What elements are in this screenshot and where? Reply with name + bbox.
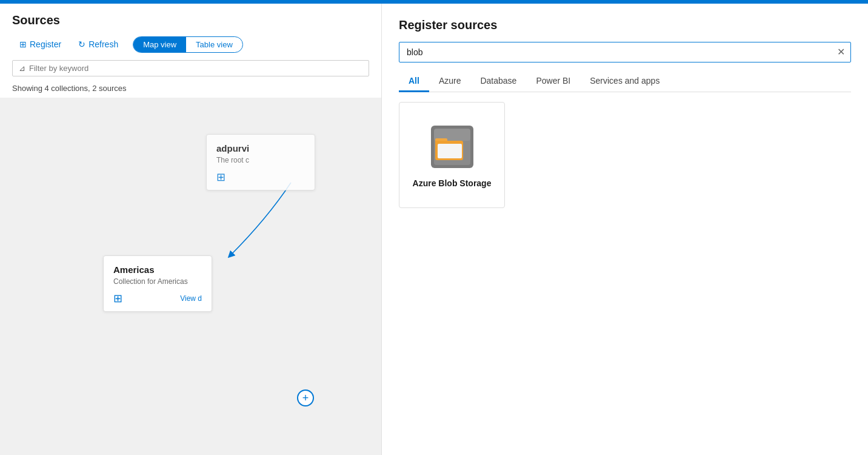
- view-details-link[interactable]: View d: [180, 294, 202, 303]
- filter-input[interactable]: [29, 64, 362, 73]
- table-view-button[interactable]: Table view: [186, 37, 242, 52]
- tab-database[interactable]: Database: [470, 71, 526, 92]
- node-americas-title: Americas: [113, 265, 202, 275]
- node-americas-subtitle: Collection for Americas: [113, 277, 202, 286]
- add-collection-button[interactable]: +: [297, 389, 314, 406]
- map-area: adpurvi The root c ⊞ Americas Collection…: [0, 98, 381, 455]
- azure-blob-icon: [428, 123, 476, 171]
- filter-input-wrap: ⊿: [12, 60, 369, 76]
- map-view-button[interactable]: Map view: [133, 37, 186, 52]
- left-panel: Sources ⊞ Register ↻ Refresh Map view Ta…: [0, 4, 382, 455]
- register-button[interactable]: ⊞ Register: [12, 36, 68, 53]
- refresh-icon: ↻: [78, 39, 85, 49]
- azure-blob-label: Azure Blob Storage: [413, 178, 492, 188]
- filter-bar: ⊿: [12, 60, 369, 76]
- tab-all[interactable]: All: [399, 71, 429, 92]
- search-clear-button[interactable]: ✕: [837, 47, 845, 57]
- svg-rect-4: [438, 144, 462, 158]
- refresh-button[interactable]: ↻ Refresh: [71, 36, 125, 53]
- search-box-wrap: ✕: [399, 42, 851, 62]
- node-adpurvi-subtitle: The root c: [216, 156, 305, 164]
- search-input[interactable]: [399, 42, 851, 62]
- node-adpurvi-icon-row: ⊞: [216, 170, 305, 184]
- tab-azure[interactable]: Azure: [429, 71, 471, 92]
- left-header: Sources ⊞ Register ↻ Refresh Map view Ta…: [0, 4, 381, 60]
- right-panel: Register sources ✕ All Azure Database Po…: [382, 4, 868, 455]
- svg-rect-5: [434, 129, 470, 141]
- node-americas: Americas Collection for Americas ⊞ View …: [103, 255, 212, 312]
- americas-grid-icon: ⊞: [113, 292, 122, 305]
- source-card-azure-blob[interactable]: Azure Blob Storage: [399, 102, 505, 208]
- register-icon: ⊞: [19, 39, 27, 49]
- toolbar: ⊞ Register ↻ Refresh Map view Table view: [12, 36, 369, 53]
- filter-icon: ⊿: [19, 64, 25, 73]
- tabs: All Azure Database Power BI Services and…: [399, 71, 851, 92]
- tab-powerbi[interactable]: Power BI: [526, 71, 580, 92]
- collections-info: Showing 4 collections, 2 sources: [0, 81, 381, 98]
- page-title: Sources: [12, 13, 369, 27]
- register-sources-title: Register sources: [399, 18, 851, 32]
- node-adpurvi-title: adpurvi: [216, 143, 305, 153]
- node-americas-icon-row: ⊞ View d: [113, 292, 202, 305]
- node-adpurvi: adpurvi The root c ⊞: [206, 134, 315, 190]
- tab-services[interactable]: Services and apps: [580, 71, 669, 92]
- adpurvi-grid-icon: ⊞: [216, 170, 225, 184]
- view-toggle: Map view Table view: [133, 36, 243, 53]
- source-cards: Azure Blob Storage: [399, 102, 851, 208]
